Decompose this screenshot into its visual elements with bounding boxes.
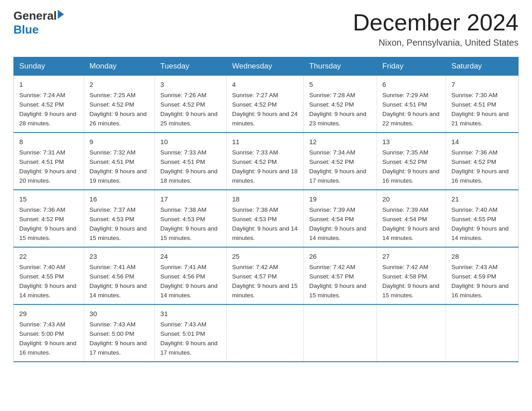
sunset-text: Sunset: 4:54 PM: [309, 215, 371, 224]
sunrise-text: Sunrise: 7:41 AM: [90, 263, 149, 272]
calendar-day-cell: 7Sunrise: 7:30 AMSunset: 4:51 PMDaylight…: [446, 76, 519, 133]
calendar-subtitle: Nixon, Pennsylvania, United States: [353, 38, 519, 48]
day-number: 5: [309, 79, 371, 90]
calendar-day-cell: 6Sunrise: 7:29 AMSunset: 4:51 PMDaylight…: [377, 76, 446, 133]
calendar-day-cell: 4Sunrise: 7:27 AMSunset: 4:52 PMDaylight…: [227, 76, 304, 133]
sunset-text: Sunset: 4:52 PM: [160, 100, 221, 110]
calendar-day-cell: [446, 304, 519, 362]
day-number: 28: [451, 251, 513, 261]
sunrise-text: Sunrise: 7:26 AM: [160, 91, 221, 100]
day-number: 29: [19, 308, 78, 319]
calendar-day-cell: 23Sunrise: 7:41 AMSunset: 4:56 PMDayligh…: [84, 247, 154, 304]
logo-blue-text: Blue: [13, 23, 39, 37]
calendar-day-cell: 14Sunrise: 7:36 AMSunset: 4:52 PMDayligh…: [446, 133, 519, 190]
calendar-day-cell: 22Sunrise: 7:40 AMSunset: 4:55 PMDayligh…: [14, 247, 84, 304]
sunset-text: Sunset: 4:52 PM: [232, 100, 298, 110]
calendar-day-cell: 28Sunrise: 7:43 AMSunset: 4:59 PMDayligh…: [446, 247, 519, 304]
day-number: 4: [232, 79, 298, 90]
daylight-text: Daylight: 9 hours and 24 minutes.: [232, 110, 298, 128]
sunset-text: Sunset: 4:52 PM: [451, 158, 513, 167]
sunset-text: Sunset: 4:56 PM: [160, 272, 221, 282]
daylight-text: Daylight: 9 hours and 15 minutes.: [232, 282, 298, 300]
calendar-day-cell: 15Sunrise: 7:36 AMSunset: 4:52 PMDayligh…: [14, 190, 84, 247]
calendar-day-cell: 13Sunrise: 7:35 AMSunset: 4:52 PMDayligh…: [377, 133, 446, 190]
sunset-text: Sunset: 4:57 PM: [309, 272, 371, 282]
sunset-text: Sunset: 4:55 PM: [451, 215, 513, 224]
sunset-text: Sunset: 4:52 PM: [232, 158, 298, 167]
day-number: 18: [232, 194, 298, 204]
daylight-text: Daylight: 9 hours and 14 minutes.: [451, 224, 513, 243]
logo-triangle-icon: [58, 10, 64, 19]
calendar-day-cell: 30Sunrise: 7:43 AMSunset: 5:00 PMDayligh…: [84, 304, 154, 362]
sunrise-text: Sunrise: 7:33 AM: [232, 148, 298, 158]
sunrise-text: Sunrise: 7:36 AM: [451, 148, 513, 158]
day-number: 14: [451, 137, 513, 147]
sunrise-text: Sunrise: 7:38 AM: [232, 206, 298, 215]
calendar-day-cell: 3Sunrise: 7:26 AMSunset: 4:52 PMDaylight…: [155, 76, 227, 133]
sunrise-text: Sunrise: 7:25 AM: [90, 91, 149, 100]
sunrise-text: Sunrise: 7:30 AM: [451, 91, 513, 100]
header-cell-sunday: Sunday: [14, 57, 84, 76]
header-cell-saturday: Saturday: [446, 57, 519, 76]
day-number: 30: [90, 308, 149, 319]
sunrise-text: Sunrise: 7:43 AM: [19, 320, 78, 330]
day-number: 22: [19, 251, 78, 261]
calendar-body: 1Sunrise: 7:24 AMSunset: 4:52 PMDaylight…: [14, 76, 519, 362]
sunset-text: Sunset: 4:52 PM: [19, 100, 78, 110]
sunrise-text: Sunrise: 7:31 AM: [19, 148, 78, 158]
sunrise-text: Sunrise: 7:34 AM: [309, 148, 371, 158]
calendar-day-cell: 5Sunrise: 7:28 AMSunset: 4:52 PMDaylight…: [304, 76, 377, 133]
day-number: 24: [160, 251, 221, 261]
sunrise-text: Sunrise: 7:43 AM: [451, 263, 513, 272]
sunrise-text: Sunrise: 7:43 AM: [160, 320, 221, 330]
day-number: 6: [382, 79, 440, 90]
sunset-text: Sunset: 4:52 PM: [382, 158, 440, 167]
day-number: 27: [382, 251, 440, 261]
daylight-text: Daylight: 9 hours and 20 minutes.: [19, 167, 78, 186]
daylight-text: Daylight: 9 hours and 15 minutes.: [90, 224, 149, 243]
calendar-day-cell: 20Sunrise: 7:39 AMSunset: 4:54 PMDayligh…: [377, 190, 446, 247]
sunset-text: Sunset: 4:51 PM: [160, 158, 221, 167]
calendar-day-cell: 1Sunrise: 7:24 AMSunset: 4:52 PMDaylight…: [14, 76, 84, 133]
header-cell-thursday: Thursday: [304, 57, 377, 76]
sunrise-text: Sunrise: 7:42 AM: [309, 263, 371, 272]
calendar-title: December 2024: [353, 9, 519, 36]
daylight-text: Daylight: 9 hours and 16 minutes.: [19, 339, 78, 358]
sunset-text: Sunset: 4:54 PM: [382, 215, 440, 224]
day-number: 8: [19, 137, 78, 147]
calendar-week-row: 29Sunrise: 7:43 AMSunset: 5:00 PMDayligh…: [14, 304, 519, 362]
sunrise-text: Sunrise: 7:28 AM: [309, 91, 371, 100]
sunrise-text: Sunrise: 7:35 AM: [382, 148, 440, 158]
daylight-text: Daylight: 9 hours and 17 minutes.: [160, 339, 221, 358]
day-number: 1: [19, 79, 78, 90]
sunset-text: Sunset: 4:55 PM: [19, 272, 78, 282]
daylight-text: Daylight: 9 hours and 14 minutes.: [309, 224, 371, 243]
daylight-text: Daylight: 9 hours and 16 minutes.: [382, 167, 440, 186]
sunset-text: Sunset: 4:52 PM: [309, 158, 371, 167]
page-header: General Blue December 2024 Nixon, Pennsy…: [13, 9, 519, 48]
header-cell-monday: Monday: [84, 57, 154, 76]
calendar-week-row: 15Sunrise: 7:36 AMSunset: 4:52 PMDayligh…: [14, 190, 519, 247]
calendar-day-cell: 18Sunrise: 7:38 AMSunset: 4:53 PMDayligh…: [227, 190, 304, 247]
sunset-text: Sunset: 5:01 PM: [160, 330, 221, 339]
sunrise-text: Sunrise: 7:24 AM: [19, 91, 78, 100]
daylight-text: Daylight: 9 hours and 16 minutes.: [451, 167, 513, 186]
daylight-text: Daylight: 9 hours and 17 minutes.: [90, 339, 149, 358]
daylight-text: Daylight: 9 hours and 28 minutes.: [19, 110, 78, 128]
day-number: 23: [90, 251, 149, 261]
daylight-text: Daylight: 9 hours and 14 minutes.: [90, 282, 149, 300]
daylight-text: Daylight: 9 hours and 14 minutes.: [232, 224, 298, 243]
sunrise-text: Sunrise: 7:32 AM: [90, 148, 149, 158]
calendar-week-row: 8Sunrise: 7:31 AMSunset: 4:51 PMDaylight…: [14, 133, 519, 190]
day-number: 10: [160, 137, 221, 147]
day-number: 13: [382, 137, 440, 147]
calendar-day-cell: [227, 304, 304, 362]
calendar-day-cell: 9Sunrise: 7:32 AMSunset: 4:51 PMDaylight…: [84, 133, 154, 190]
daylight-text: Daylight: 9 hours and 15 minutes.: [160, 224, 221, 243]
calendar-day-cell: 31Sunrise: 7:43 AMSunset: 5:01 PMDayligh…: [155, 304, 227, 362]
sunset-text: Sunset: 5:00 PM: [19, 330, 78, 339]
calendar-day-cell: 16Sunrise: 7:37 AMSunset: 4:53 PMDayligh…: [84, 190, 154, 247]
day-number: 9: [90, 137, 149, 147]
calendar-table: SundayMondayTuesdayWednesdayThursdayFrid…: [13, 57, 519, 362]
sunset-text: Sunset: 4:51 PM: [382, 100, 440, 110]
